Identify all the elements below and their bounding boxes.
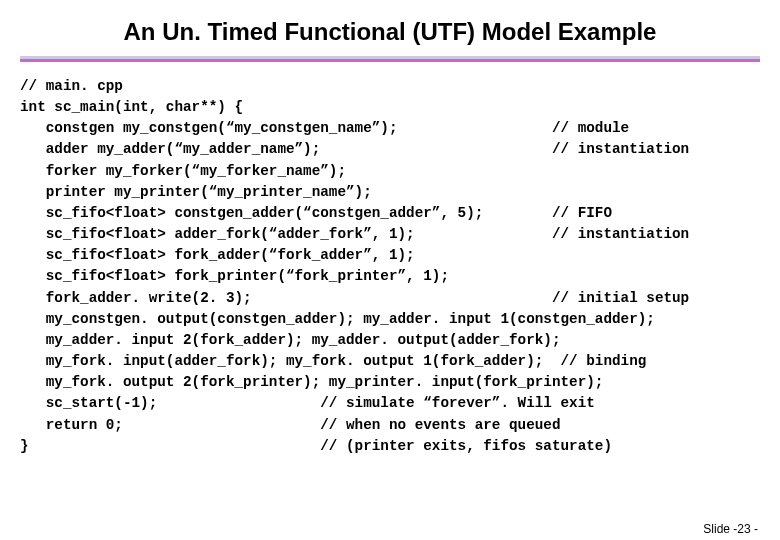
slide-title: An Un. Timed Functional (UTF) Model Exam…: [20, 18, 760, 46]
slide: An Un. Timed Functional (UTF) Model Exam…: [0, 0, 780, 540]
code-block: // main. cpp int sc_main(int, char**) { …: [20, 62, 760, 457]
title-area: An Un. Timed Functional (UTF) Model Exam…: [20, 10, 760, 50]
slide-footer: Slide -23 -: [703, 522, 758, 536]
divider-bar: [20, 56, 760, 62]
divider-magenta: [20, 59, 760, 62]
